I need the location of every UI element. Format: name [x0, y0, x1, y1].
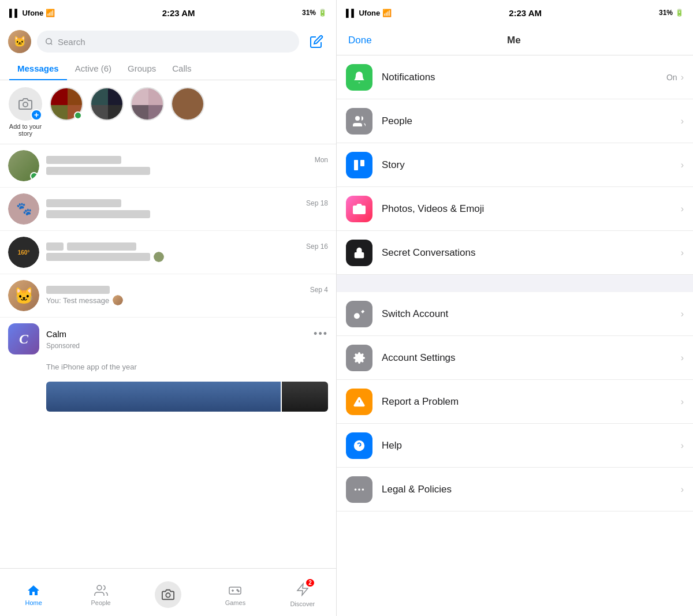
conv-content-4: ​ Sep 4 You: Test message	[46, 286, 328, 305]
conversation-item-1[interactable]: ​ Mon ​	[0, 144, 336, 188]
legal-icon-wrap	[346, 476, 372, 503]
notifications-label: Notifications	[382, 72, 435, 83]
svg-point-1	[23, 102, 28, 107]
settings-report[interactable]: Report a Problem ›	[337, 380, 693, 424]
camera-nav-circle	[155, 581, 181, 608]
story-circle-3	[131, 87, 164, 121]
conv-name-1: ​	[46, 156, 121, 164]
search-bar[interactable]: Search	[37, 31, 299, 53]
bottom-navigation: Home People	[0, 568, 336, 616]
svg-point-3	[166, 593, 170, 597]
people-icon-wrap	[346, 108, 372, 135]
story-item-4[interactable]	[171, 87, 204, 137]
story-circle-4	[171, 87, 204, 121]
settings-photos[interactable]: Photos, Videos & Emoji ›	[337, 187, 693, 231]
nav-games[interactable]: Games	[202, 579, 269, 606]
conversation-item-3[interactable]: 160° ​ ​ Sep 16 ​	[0, 231, 336, 274]
help-chevron: ›	[681, 440, 684, 451]
svg-point-5	[237, 589, 238, 591]
svg-point-19	[358, 488, 360, 491]
settings-switch-account[interactable]: Switch Account ›	[337, 292, 693, 336]
story-item-1[interactable]	[50, 87, 83, 137]
signal-icon-right: ▌▌	[346, 9, 356, 17]
conv-avatar-1	[8, 150, 39, 181]
switch-account-label: Switch Account	[382, 308, 448, 319]
nav-games-label: Games	[225, 599, 245, 606]
story-chevron: ›	[681, 160, 684, 170]
svg-rect-10	[360, 160, 364, 166]
settings-notifications[interactable]: Notifications On ›	[337, 55, 693, 99]
search-placeholder: Search	[58, 37, 85, 47]
nav-discover-label: Discover	[290, 600, 315, 607]
nav-camera[interactable]	[135, 577, 202, 608]
compose-button[interactable]	[305, 30, 328, 53]
right-panel: ▌▌ Ufone 📶 2:23 AM 31% 🔋 Done Me Notific…	[337, 0, 693, 616]
section-divider	[337, 275, 693, 292]
sponsored-item[interactable]: C Calm ••• Sponsored The iPhone app of t…	[0, 318, 336, 417]
conversation-list: ​ Mon ​ 🐾 ​ Sep 18 ​ 160°	[0, 144, 336, 568]
photos-icon-wrap	[346, 196, 372, 222]
settings-legal[interactable]: Legal & Policies ›	[337, 468, 693, 512]
story-icon-wrap	[346, 152, 372, 178]
sponsored-img-left	[46, 382, 281, 412]
add-story-circle: +	[9, 87, 42, 121]
tab-groups[interactable]: Groups	[120, 58, 164, 80]
report-chevron: ›	[681, 397, 684, 407]
conv-preview-2: ​	[46, 210, 150, 218]
search-icon	[45, 38, 53, 46]
svg-point-0	[46, 39, 51, 44]
svg-rect-9	[354, 160, 358, 170]
story-item-2[interactable]	[90, 87, 124, 137]
nav-people[interactable]: People	[67, 579, 134, 606]
secret-chevron: ›	[681, 248, 684, 258]
sponsored-desc: The iPhone app of the year	[46, 363, 137, 371]
carrier-left: Ufone	[22, 9, 43, 17]
story-item-3[interactable]	[131, 87, 164, 137]
legal-text: Legal & Policies	[382, 484, 681, 495]
help-label: Help	[382, 440, 402, 451]
conversation-item-2[interactable]: 🐾 ​ Sep 18 ​	[0, 188, 336, 231]
seen-avatar-3	[154, 252, 164, 262]
camera-nav-icon	[162, 588, 174, 601]
status-left: ▌▌ Ufone 📶	[9, 9, 55, 17]
people-text: People	[382, 115, 681, 127]
legal-chevron: ›	[681, 484, 684, 495]
conv-avatar-2: 🐾	[8, 193, 39, 225]
report-icon-wrap	[346, 389, 372, 415]
tab-calls[interactable]: Calls	[164, 58, 199, 80]
nav-home[interactable]: Home	[0, 579, 67, 606]
user-avatar[interactable]: 🐱	[8, 30, 31, 53]
conv-content-1: ​ Mon ​	[46, 156, 328, 176]
settings-people[interactable]: People ›	[337, 99, 693, 143]
notifications-chevron: ›	[681, 72, 684, 83]
notifications-value: On	[666, 73, 677, 82]
people-chevron: ›	[681, 116, 684, 126]
report-text: Report a Problem	[382, 396, 681, 408]
nav-discover[interactable]: 2 Discover	[269, 578, 336, 607]
sponsored-img-right	[282, 382, 328, 412]
conversation-item-4[interactable]: 🐱 ​ Sep 4 You: Test message	[0, 274, 336, 318]
stories-row: + Add to your story	[0, 80, 336, 144]
games-icon	[228, 584, 242, 598]
sponsored-more[interactable]: •••	[314, 328, 328, 340]
status-right-right: 31% 🔋	[659, 9, 684, 17]
story-icon	[352, 158, 366, 172]
wifi-icon: 📶	[46, 9, 55, 17]
tab-messages[interactable]: Messages	[9, 58, 67, 80]
carrier-right: Ufone	[359, 9, 380, 17]
battery-left: 31%	[302, 9, 316, 17]
done-button[interactable]: Done	[348, 35, 372, 46]
settings-story[interactable]: Story ›	[337, 143, 693, 187]
svg-marker-7	[297, 584, 308, 595]
settings-help[interactable]: Help ›	[337, 424, 693, 468]
discover-badge: 2	[306, 579, 314, 587]
settings-secret[interactable]: Secret Conversations ›	[337, 231, 693, 275]
tab-active[interactable]: Active (6)	[67, 58, 120, 80]
add-story-item[interactable]: + Add to your story	[8, 87, 43, 137]
nav-people-label: People	[91, 599, 110, 606]
time-left: 2:23 AM	[162, 8, 195, 18]
settings-account[interactable]: Account Settings ›	[337, 336, 693, 380]
secret-icon-wrap	[346, 240, 372, 266]
battery-icon-right: 🔋	[675, 9, 684, 17]
legal-label: Legal & Policies	[382, 484, 452, 495]
